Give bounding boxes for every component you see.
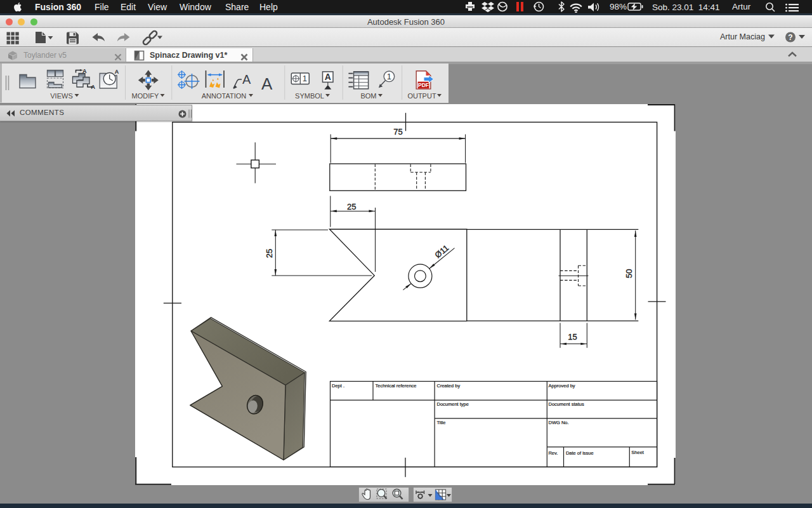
svg-text:Date of issue: Date of issue: [566, 450, 594, 456]
svg-text:75: 75: [393, 127, 402, 137]
svg-text:SYMBOL: SYMBOL: [295, 92, 324, 100]
svg-text:A: A: [325, 72, 331, 82]
svg-text:15: 15: [568, 332, 577, 342]
svg-text:ANNOTATION: ANNOTATION: [202, 92, 247, 100]
svg-text:Rev.: Rev.: [548, 450, 558, 456]
svg-text:Artur Maciag: Artur Maciag: [720, 32, 765, 41]
svg-text:Dept .: Dept .: [332, 383, 344, 389]
svg-text:MODIFY: MODIFY: [132, 92, 159, 100]
svg-text:PDF: PDF: [418, 82, 429, 88]
svg-text:?: ?: [788, 33, 792, 42]
svg-text:A: A: [91, 84, 96, 90]
svg-text:Sheet: Sheet: [631, 450, 645, 455]
svg-text:Sob. 23.01 14:41: Sob. 23.01 14:41: [652, 3, 720, 12]
svg-text:98%: 98%: [610, 2, 627, 11]
svg-text:A: A: [115, 69, 119, 75]
svg-text:25: 25: [347, 202, 356, 211]
svg-text:Document type: Document type: [437, 401, 469, 407]
svg-text:1: 1: [387, 72, 391, 81]
svg-text:A: A: [82, 68, 87, 74]
svg-text:DWG No.: DWG No.: [549, 420, 569, 425]
svg-text:1: 1: [303, 74, 307, 83]
svg-text:50: 50: [624, 269, 634, 277]
svg-text:Ø11: Ø11: [433, 243, 451, 260]
svg-text:VIEWS: VIEWS: [50, 92, 72, 100]
svg-text:OUTPUT: OUTPUT: [407, 92, 436, 100]
svg-text:Technical reference: Technical reference: [376, 383, 417, 389]
svg-text:A: A: [242, 72, 251, 86]
svg-text:25: 25: [265, 249, 274, 258]
svg-text:Approved by: Approved by: [549, 383, 575, 389]
svg-text:BOM: BOM: [360, 92, 376, 100]
svg-text:Created by: Created by: [437, 383, 461, 389]
svg-text:Title: Title: [437, 420, 446, 425]
svg-text:A: A: [261, 74, 273, 93]
svg-text:Artur: Artur: [732, 2, 751, 11]
svg-text:Document status: Document status: [549, 401, 585, 407]
